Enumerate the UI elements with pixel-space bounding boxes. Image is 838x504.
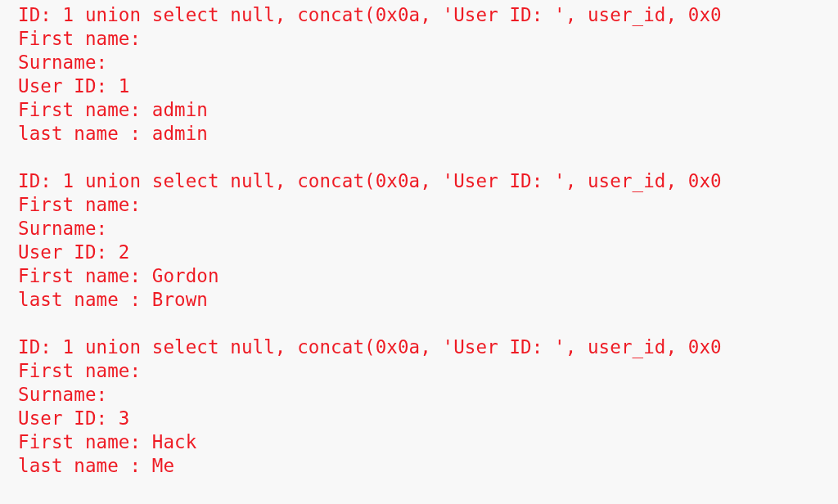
output-line: Surname: bbox=[18, 51, 838, 74]
output-line: ID: 1 union select null, concat(0x0a, 'U… bbox=[18, 3, 838, 27]
output-line: Surname: bbox=[18, 383, 838, 407]
sql-injection-output: ID: 1 union select null, concat(0x0a, 'U… bbox=[0, 0, 838, 478]
output-line: First name: bbox=[18, 193, 838, 217]
blank-line bbox=[18, 312, 838, 335]
output-line: First name: admin bbox=[18, 98, 838, 122]
output-line: ID: 1 union select null, concat(0x0a, 'U… bbox=[18, 169, 838, 193]
output-line: User ID: 2 bbox=[18, 241, 838, 264]
output-line: User ID: 3 bbox=[18, 407, 838, 430]
output-line: last name : Brown bbox=[18, 288, 838, 312]
output-line: First name: Hack bbox=[18, 430, 838, 454]
output-line: last name : Me bbox=[18, 454, 838, 478]
output-line: First name: bbox=[18, 27, 838, 51]
output-line: last name : admin bbox=[18, 122, 838, 146]
output-line: Surname: bbox=[18, 217, 838, 241]
output-line: First name: Gordon bbox=[18, 264, 838, 288]
blank-line bbox=[18, 146, 838, 169]
output-line: First name: bbox=[18, 359, 838, 383]
output-line: User ID: 1 bbox=[18, 74, 838, 98]
output-line: ID: 1 union select null, concat(0x0a, 'U… bbox=[18, 335, 838, 359]
